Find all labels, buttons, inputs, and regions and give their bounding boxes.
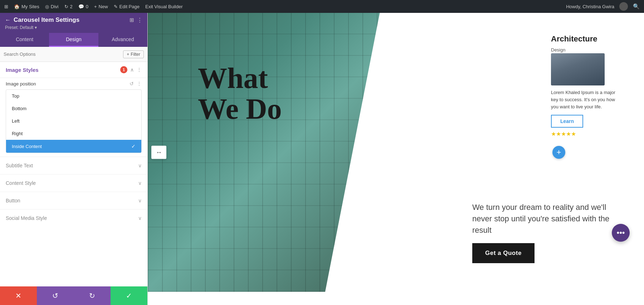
sidebar-panel: ← Carousel Item Settings ⊞ ⋮ Preset: Def… bbox=[0, 13, 148, 305]
wp-icon: ⊞ bbox=[4, 4, 8, 9]
admin-bar-right: Howdy, Christina Gwira 🔍 bbox=[566, 2, 640, 11]
fab-button[interactable]: ••• bbox=[612, 224, 630, 242]
comments-menu[interactable]: 💬 0 bbox=[78, 4, 88, 9]
howdy-text: Howdy, Christina Gwira bbox=[566, 4, 614, 9]
social-media-style-section[interactable]: Social Media Style ∨ bbox=[0, 209, 147, 227]
search-bar: + Filter bbox=[0, 47, 147, 62]
star-rating: ★★★★★ bbox=[551, 131, 623, 137]
collapse-icon[interactable]: ∧ bbox=[130, 67, 134, 73]
tab-design[interactable]: Design bbox=[49, 33, 98, 47]
card-description: Lorem Khaled Ipsum is a major key to suc… bbox=[551, 89, 623, 110]
card-category: Design bbox=[551, 47, 623, 53]
refresh-menu[interactable]: ↻ 2 bbox=[64, 4, 73, 9]
get-quote-button[interactable]: Get a Quote bbox=[472, 243, 535, 263]
card-image bbox=[551, 53, 605, 85]
chevron-down-icon: ∨ bbox=[138, 180, 142, 186]
exit-builder-btn[interactable]: Exit Visual Builder bbox=[145, 4, 183, 9]
section-more-icon[interactable]: ⋮ bbox=[137, 67, 142, 73]
divi-menu[interactable]: ◎ Divi bbox=[45, 4, 59, 9]
hero-prev-button[interactable]: ↔ bbox=[151, 146, 166, 159]
chevron-down-icon: ∨ bbox=[138, 163, 142, 168]
position-dropdown: Top Bottom Left Right Inside Content ✓ bbox=[6, 89, 142, 153]
my-sites-menu[interactable]: 🏠 My Sites bbox=[14, 4, 39, 9]
sidebar-footer: ✕ ↺ ↻ ✓ bbox=[0, 286, 147, 305]
house-icon: 🏠 bbox=[14, 4, 20, 9]
reset-button[interactable]: ↺ bbox=[130, 81, 134, 87]
content-style-section[interactable]: Content Style ∨ bbox=[0, 174, 147, 192]
option-top[interactable]: Top bbox=[6, 90, 141, 102]
card-learn-button[interactable]: Learn bbox=[551, 115, 583, 128]
filter-button[interactable]: + Filter bbox=[123, 50, 144, 58]
redo-button[interactable]: ↻ bbox=[74, 286, 111, 305]
admin-bar: ⊞ 🏠 My Sites ◎ Divi ↻ 2 💬 0 + New ✎ Edit… bbox=[0, 0, 644, 13]
option-right[interactable]: Right bbox=[6, 127, 141, 140]
option-inside-content[interactable]: Inside Content ✓ bbox=[6, 140, 141, 153]
section-actions: ∧ ⋮ bbox=[130, 67, 142, 73]
image-styles-header[interactable]: Image Styles 1 ∧ ⋮ bbox=[0, 62, 147, 78]
hero-text: What We Do bbox=[198, 63, 282, 124]
button-section[interactable]: Button ∨ bbox=[0, 192, 147, 209]
option-left[interactable]: Left bbox=[6, 115, 141, 127]
main-layout: ← Carousel Item Settings ⊞ ⋮ Preset: Def… bbox=[0, 13, 644, 305]
tab-content[interactable]: Content bbox=[0, 33, 49, 47]
preset-label[interactable]: Preset: Default ▾ bbox=[5, 25, 142, 30]
wp-logo[interactable]: ⊞ bbox=[4, 4, 8, 9]
card-title: Architecture bbox=[551, 34, 623, 44]
ip-icons: ↺ ⋮ bbox=[130, 81, 142, 87]
card-image-inner bbox=[551, 53, 605, 85]
pencil-icon: ✎ bbox=[114, 4, 118, 9]
hero-background bbox=[148, 13, 421, 292]
refresh-icon: ↻ bbox=[64, 4, 68, 9]
tagline-section: We turn your dream to reality and we'll … bbox=[472, 202, 623, 263]
edit-page-btn[interactable]: ✎ Edit Page bbox=[114, 4, 140, 9]
image-styles-badge: 1 bbox=[120, 66, 127, 73]
cancel-button[interactable]: ✕ bbox=[0, 286, 37, 305]
chevron-down-icon: ∨ bbox=[138, 198, 142, 203]
sidebar-title: Carousel Item Settings bbox=[14, 16, 79, 24]
layout-icon[interactable]: ⊞ bbox=[130, 17, 134, 23]
comment-icon: 💬 bbox=[78, 4, 84, 9]
option-bottom[interactable]: Bottom bbox=[6, 102, 141, 115]
card-section: Architecture Design Lorem Khaled Ipsum i… bbox=[551, 34, 623, 137]
hero-title: What We Do bbox=[198, 63, 282, 124]
image-styles-section: Image Styles 1 ∧ ⋮ Image position ↺ ⋮ bbox=[0, 62, 147, 153]
search-icon[interactable]: 🔍 bbox=[633, 3, 640, 10]
chevron-down-icon: ∨ bbox=[138, 215, 142, 221]
hero-add-button[interactable]: + bbox=[552, 146, 565, 159]
title-icons: ⊞ ⋮ bbox=[130, 17, 142, 23]
back-button[interactable]: ← bbox=[5, 17, 11, 23]
check-icon: ✓ bbox=[131, 143, 136, 149]
undo-button[interactable]: ↺ bbox=[37, 286, 74, 305]
sidebar-tabs: Content Design Advanced bbox=[0, 33, 147, 47]
avatar[interactable] bbox=[619, 2, 628, 11]
tagline-text: We turn your dream to reality and we'll … bbox=[472, 202, 623, 236]
hero-section: ↔ What We Do + Architecture Design Lorem… bbox=[148, 13, 644, 292]
confirm-button[interactable]: ✓ bbox=[111, 286, 147, 305]
new-menu[interactable]: + New bbox=[94, 4, 108, 9]
plus-icon: + bbox=[94, 4, 97, 9]
divi-icon: ◎ bbox=[45, 4, 49, 9]
image-position-row: Image position ↺ ⋮ bbox=[0, 78, 147, 88]
ip-more-button[interactable]: ⋮ bbox=[137, 81, 142, 87]
search-input[interactable] bbox=[4, 51, 121, 57]
sidebar-sections: Image Styles 1 ∧ ⋮ Image position ↺ ⋮ bbox=[0, 62, 147, 286]
sidebar-header: ← Carousel Item Settings ⊞ ⋮ Preset: Def… bbox=[0, 13, 147, 33]
building-image bbox=[148, 13, 421, 292]
page-canvas: ↔ What We Do + Architecture Design Lorem… bbox=[148, 13, 644, 305]
tab-advanced[interactable]: Advanced bbox=[98, 33, 147, 47]
menu-icon[interactable]: ⋮ bbox=[137, 17, 142, 23]
subtitle-text-section[interactable]: Subtitle Text ∨ bbox=[0, 157, 147, 174]
